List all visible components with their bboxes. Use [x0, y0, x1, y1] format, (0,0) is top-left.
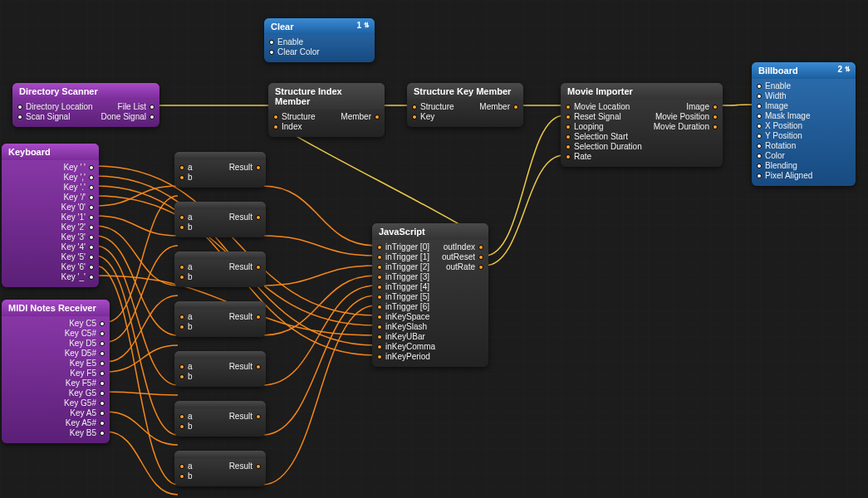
output-port[interactable]: Key A5# — [66, 418, 105, 428]
input-port[interactable]: X Position — [757, 121, 802, 131]
output-port[interactable]: Key ' ' — [63, 163, 94, 173]
input-port[interactable]: Enable — [269, 37, 303, 47]
node-title[interactable]: Directory Scanner — [12, 83, 159, 100]
output-port[interactable]: Key '3' — [61, 232, 94, 242]
output-port[interactable]: Key B5 — [70, 428, 105, 438]
input-port[interactable]: b — [179, 471, 193, 481]
input-port[interactable]: Color — [757, 151, 785, 161]
node-movie[interactable]: Movie ImporterMovie LocationImageReset S… — [561, 83, 723, 167]
output-port[interactable]: Result — [229, 461, 261, 471]
output-port[interactable]: Key '4' — [61, 242, 94, 252]
output-port[interactable]: Result — [229, 412, 261, 422]
output-port[interactable]: Key A5 — [70, 408, 105, 418]
input-port[interactable]: Rate — [566, 152, 591, 162]
input-port[interactable]: Key — [412, 112, 434, 122]
input-port[interactable]: inKeySlash — [377, 322, 427, 332]
node-title[interactable] — [174, 202, 266, 208]
input-port[interactable]: Enable — [757, 81, 791, 91]
input-port[interactable]: Pixel Aligned — [757, 171, 812, 181]
node-clear[interactable]: Clear1⇅EnableClear Color — [264, 18, 375, 62]
input-port[interactable]: Y Position — [757, 131, 802, 141]
node-keyboard[interactable]: KeyboardKey ' 'Key ','Key '.'Key '/'Key … — [2, 144, 99, 287]
node-sim[interactable]: Structure Index MemberStructureMemberInd… — [268, 83, 385, 137]
input-port[interactable]: Structure — [273, 112, 316, 122]
input-port[interactable]: a — [179, 312, 193, 322]
input-port[interactable]: b — [179, 272, 193, 282]
node-js[interactable]: JavaScriptinTrigger [0]outIndexinTrigger… — [372, 223, 488, 367]
output-port[interactable]: Key D5 — [69, 339, 105, 349]
node-title[interactable]: Billboard2⇅ — [752, 62, 856, 79]
input-port[interactable]: inTrigger [3] — [377, 272, 429, 282]
node-title[interactable]: MIDI Notes Receiver — [2, 300, 110, 316]
output-port[interactable]: outRate — [446, 262, 483, 272]
node-title[interactable] — [174, 451, 266, 457]
node-e4[interactable]: aResultb — [174, 351, 266, 387]
node-e1[interactable]: aResultb — [174, 202, 266, 237]
output-port[interactable]: Result — [229, 262, 261, 272]
output-port[interactable]: Key E5 — [70, 359, 105, 369]
output-port[interactable]: Result — [229, 362, 261, 372]
node-title[interactable]: Structure Index Member — [268, 83, 385, 110]
input-port[interactable]: b — [179, 422, 193, 432]
input-port[interactable]: inKeyComma — [377, 342, 435, 352]
node-e2[interactable]: aResultb — [174, 251, 266, 287]
input-port[interactable]: a — [179, 461, 193, 471]
input-port[interactable]: Selection Duration — [566, 142, 642, 152]
input-port[interactable]: Image — [757, 101, 788, 111]
node-midi[interactable]: MIDI Notes ReceiverKey C5Key C5#Key D5Ke… — [2, 300, 110, 443]
input-port[interactable]: inTrigger [1] — [377, 252, 429, 262]
input-port[interactable]: inTrigger [4] — [377, 282, 429, 292]
node-title[interactable]: Movie Importer — [561, 83, 723, 100]
output-port[interactable]: Member — [341, 112, 380, 122]
input-port[interactable]: a — [179, 163, 193, 173]
node-skm[interactable]: Structure Key MemberStructureMemberKey — [407, 83, 523, 127]
input-port[interactable]: a — [179, 362, 193, 372]
output-port[interactable]: Image — [686, 102, 718, 112]
output-port[interactable]: Result — [229, 312, 261, 322]
node-title[interactable]: Structure Key Member — [407, 83, 523, 100]
output-port[interactable]: Key '_' — [61, 272, 94, 282]
output-port[interactable]: File List — [118, 102, 154, 112]
input-port[interactable]: Width — [757, 91, 787, 101]
output-port[interactable]: Key '2' — [61, 222, 94, 232]
output-port[interactable]: Key F5# — [66, 378, 105, 388]
node-title[interactable]: JavaScript — [372, 223, 488, 240]
node-title[interactable]: Keyboard — [2, 144, 99, 160]
input-port[interactable]: a — [179, 412, 193, 422]
node-e5[interactable]: aResultb — [174, 401, 266, 437]
node-title[interactable] — [174, 251, 266, 258]
output-port[interactable]: Key C5 — [69, 319, 105, 329]
output-port[interactable]: Result — [229, 212, 261, 222]
input-port[interactable]: inTrigger [6] — [377, 302, 429, 312]
node-e6[interactable]: aResultb — [174, 451, 266, 486]
output-port[interactable]: Key '1' — [61, 212, 94, 222]
output-port[interactable]: Key D5# — [65, 349, 105, 359]
input-port[interactable]: b — [179, 173, 193, 183]
input-port[interactable]: Rotation — [757, 141, 796, 151]
input-port[interactable]: b — [179, 322, 193, 332]
output-port[interactable]: Key C5# — [65, 329, 105, 339]
output-port[interactable]: Key '6' — [61, 262, 94, 272]
input-port[interactable]: inTrigger [2] — [377, 262, 429, 272]
input-port[interactable]: inKeySpace — [377, 312, 429, 322]
input-port[interactable]: b — [179, 372, 193, 382]
node-title[interactable] — [174, 152, 266, 159]
input-port[interactable]: Structure — [412, 102, 454, 112]
output-port[interactable]: Key '/' — [63, 193, 94, 203]
input-port[interactable]: Blending — [757, 161, 797, 171]
output-port[interactable]: Member — [479, 102, 518, 112]
output-port[interactable]: Key '0' — [61, 203, 94, 212]
node-e3[interactable]: aResultb — [174, 301, 266, 337]
output-port[interactable]: Key G5 — [69, 388, 105, 398]
input-port[interactable]: Directory Location — [17, 102, 93, 112]
output-port[interactable]: Movie Duration — [654, 122, 718, 132]
node-billboard[interactable]: Billboard2⇅EnableWidthImageMask ImageX P… — [752, 62, 856, 186]
node-title[interactable] — [174, 301, 266, 308]
output-port[interactable]: Key G5# — [64, 398, 105, 408]
input-port[interactable]: b — [179, 222, 193, 232]
input-port[interactable]: Index — [273, 122, 302, 132]
input-port[interactable]: inTrigger [5] — [377, 292, 429, 302]
node-title[interactable] — [174, 351, 266, 358]
node-title[interactable]: Clear1⇅ — [264, 18, 375, 35]
input-port[interactable]: a — [179, 262, 193, 272]
